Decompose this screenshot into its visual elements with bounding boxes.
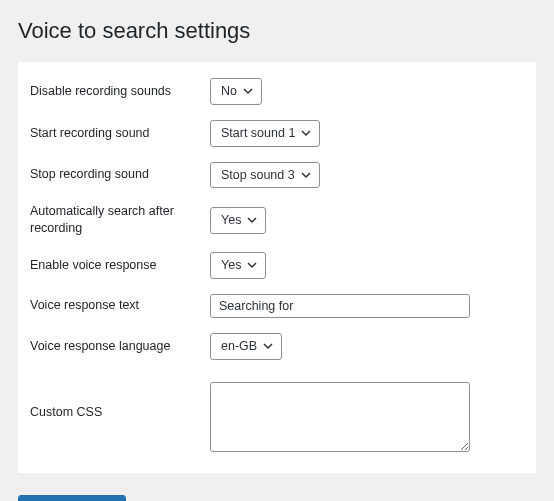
row-response-text: Voice response text: [30, 294, 524, 318]
chevron-down-icon: [247, 260, 257, 270]
chevron-down-icon: [301, 170, 311, 180]
settings-panel: Disable recording sounds No Start record…: [18, 62, 536, 473]
select-disable-sounds-value: No: [221, 82, 237, 101]
select-stop-sound[interactable]: Stop sound 3: [210, 162, 320, 189]
select-auto-search[interactable]: Yes: [210, 207, 266, 234]
label-auto-search: Automatically search after recording: [30, 203, 210, 237]
save-button[interactable]: Save Changes: [18, 495, 126, 502]
chevron-down-icon: [263, 341, 273, 351]
select-auto-search-value: Yes: [221, 211, 241, 230]
label-start-sound: Start recording sound: [30, 125, 210, 142]
select-enable-voice-value: Yes: [221, 256, 241, 275]
row-stop-sound: Stop recording sound Stop sound 3: [30, 162, 524, 189]
row-enable-voice: Enable voice response Yes: [30, 252, 524, 279]
label-response-lang: Voice response language: [30, 338, 210, 355]
input-response-text[interactable]: [210, 294, 470, 318]
textarea-custom-css[interactable]: [210, 382, 470, 452]
label-enable-voice: Enable voice response: [30, 257, 210, 274]
select-enable-voice[interactable]: Yes: [210, 252, 266, 279]
row-custom-css: Custom CSS: [30, 382, 524, 455]
page-title: Voice to search settings: [18, 18, 536, 44]
label-response-text: Voice response text: [30, 297, 210, 314]
label-custom-css: Custom CSS: [30, 382, 210, 421]
row-start-sound: Start recording sound Start sound 1: [30, 120, 524, 147]
select-response-lang[interactable]: en-GB: [210, 333, 282, 360]
chevron-down-icon: [247, 215, 257, 225]
select-start-sound[interactable]: Start sound 1: [210, 120, 320, 147]
select-response-lang-value: en-GB: [221, 337, 257, 356]
row-auto-search: Automatically search after recording Yes: [30, 203, 524, 237]
select-stop-sound-value: Stop sound 3: [221, 166, 295, 185]
row-response-lang: Voice response language en-GB: [30, 333, 524, 360]
select-start-sound-value: Start sound 1: [221, 124, 295, 143]
row-disable-sounds: Disable recording sounds No: [30, 78, 524, 105]
label-disable-sounds: Disable recording sounds: [30, 83, 210, 100]
chevron-down-icon: [301, 128, 311, 138]
chevron-down-icon: [243, 86, 253, 96]
select-disable-sounds[interactable]: No: [210, 78, 262, 105]
label-stop-sound: Stop recording sound: [30, 166, 210, 183]
